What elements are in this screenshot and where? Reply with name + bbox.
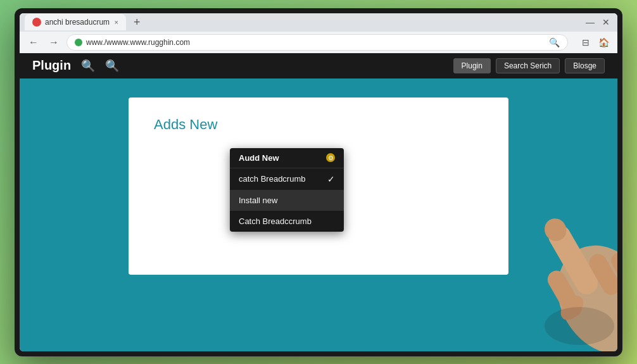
svg-point-2 bbox=[541, 214, 571, 244]
svg-rect-4 bbox=[586, 251, 617, 298]
website-content: Plugin 🔍 🔍 Plugin Search Serich Blosge A… bbox=[20, 53, 617, 351]
content-card: Adds New Audd New ⚙ catch Breadcrumb ✓ I… bbox=[129, 97, 508, 275]
check-icon-1: ✓ bbox=[327, 174, 335, 184]
browser-tab[interactable]: anchi bresaducrum × bbox=[25, 14, 126, 30]
extensions-icon[interactable]: 🏠 bbox=[596, 35, 611, 50]
dropdown-item-catch-breadccrumb[interactable]: Catch Breadccrumb bbox=[230, 211, 344, 232]
svg-rect-3 bbox=[545, 267, 585, 320]
card-title: Adds New bbox=[154, 116, 483, 133]
plugin-nav-button[interactable]: Plugin bbox=[453, 58, 491, 73]
tab-close-button[interactable]: × bbox=[115, 18, 118, 26]
svg-point-7 bbox=[545, 307, 614, 345]
dropdown-item-catch-breadcrumb[interactable]: catch Breadcrumb ✓ bbox=[230, 168, 344, 190]
site-main: Adds New Audd New ⚙ catch Breadcrumb ✓ I… bbox=[20, 78, 617, 351]
address-bar-row: ← → www./wwww.www.rugghin.com 🔍 ⊟ 🏠 bbox=[20, 32, 617, 53]
dropdown-item-install-new[interactable]: Install new bbox=[230, 190, 344, 211]
search-icon-2[interactable]: 🔍 bbox=[105, 59, 119, 73]
search-icon-1[interactable]: 🔍 bbox=[81, 59, 95, 73]
address-bar[interactable]: www./wwww.www.rugghin.com 🔍 bbox=[66, 34, 568, 51]
address-text: www./wwww.www.rugghin.com bbox=[86, 38, 190, 47]
dropdown-menu[interactable]: Audd New ⚙ catch Breadcrumb ✓ Install ne… bbox=[230, 148, 344, 232]
svg-rect-1 bbox=[545, 221, 602, 298]
svg-point-6 bbox=[557, 291, 588, 324]
tab-favicon bbox=[32, 18, 41, 27]
back-button[interactable]: ← bbox=[26, 35, 41, 50]
svg-point-0 bbox=[538, 228, 617, 351]
site-navbar: Plugin 🔍 🔍 Plugin Search Serich Blosge bbox=[20, 53, 617, 78]
monitor-wrapper: anchi bresaducrum × + — ✕ ← → www./wwww.… bbox=[15, 8, 622, 356]
dropdown-item-label-2: Install new bbox=[239, 196, 277, 205]
search-nav-button[interactable]: Search Serich bbox=[496, 58, 560, 73]
dropdown-item-label-3: Catch Breadccrumb bbox=[239, 217, 312, 226]
address-search-icon: 🔍 bbox=[549, 37, 560, 47]
dropdown-item-label-1: catch Breadcrumb bbox=[239, 174, 306, 184]
site-logo: Plugin bbox=[32, 58, 71, 73]
svg-rect-5 bbox=[609, 249, 617, 291]
browser-actions: ⊟ 🏠 bbox=[578, 35, 611, 50]
blosge-nav-button[interactable]: Blosge bbox=[565, 58, 605, 73]
new-tab-button[interactable]: + bbox=[129, 13, 146, 32]
bookmarks-icon[interactable]: ⊟ bbox=[578, 35, 593, 50]
dropdown-header: Audd New ⚙ bbox=[230, 148, 344, 168]
tab-title: anchi bresaducrum bbox=[45, 18, 110, 27]
secure-icon bbox=[75, 39, 82, 46]
tab-bar: anchi bresaducrum × + — ✕ bbox=[20, 13, 617, 32]
window-controls: — ✕ bbox=[586, 17, 612, 27]
monitor-screen: anchi bresaducrum × + — ✕ ← → www./wwww.… bbox=[20, 13, 617, 351]
forward-button[interactable]: → bbox=[46, 35, 61, 50]
close-button[interactable]: ✕ bbox=[602, 17, 610, 27]
site-nav-right: Plugin Search Serich Blosge bbox=[453, 58, 605, 73]
dropdown-header-icon: ⚙ bbox=[326, 153, 335, 162]
browser-chrome: anchi bresaducrum × + — ✕ ← → www./wwww.… bbox=[20, 13, 617, 53]
minimize-button[interactable]: — bbox=[586, 17, 595, 27]
dropdown-header-text: Audd New bbox=[239, 153, 279, 163]
